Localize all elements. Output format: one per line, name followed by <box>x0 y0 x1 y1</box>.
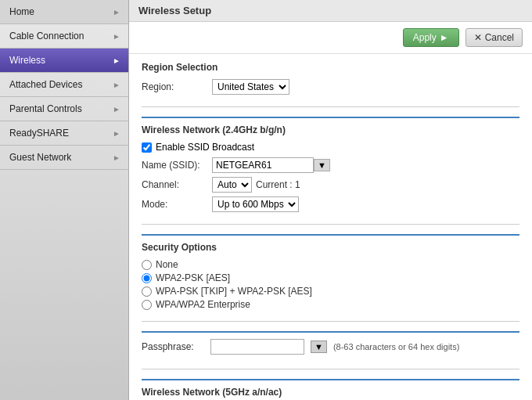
chevron-right-icon: ► <box>113 129 120 138</box>
passphrase-section: Passphrase: ▼ (8-63 characters or 64 hex… <box>142 339 519 369</box>
sidebar-item-label: ReadySHARE <box>9 128 69 139</box>
security-24-title: Security Options <box>142 242 519 253</box>
cancel-button[interactable]: ✕ Cancel <box>466 28 523 47</box>
chevron-right-icon: ► <box>113 56 120 65</box>
security-24-wpa2-row: WPA2-PSK [AES] <box>142 272 519 283</box>
security-24-section: Security Options None WPA2-PSK [AES] WPA… <box>142 242 519 322</box>
mode-24-row: Mode: Up to 600 Mbps <box>142 196 519 212</box>
sidebar-item-label: Wireless <box>9 55 45 66</box>
region-section: Region Selection Region: United States <box>142 62 519 107</box>
mode-24-label: Mode: <box>142 199 212 210</box>
page-title: Wireless Setup <box>129 0 532 22</box>
sidebar-item-home[interactable]: Home ► <box>0 0 128 24</box>
ssid-name-24-button[interactable]: ▼ <box>314 159 330 171</box>
content-area: Region Selection Region: United States W… <box>129 54 532 400</box>
sidebar: Home ► Cable Connection ► Wireless ► Att… <box>0 0 129 400</box>
region-row: Region: United States <box>142 79 519 95</box>
chevron-right-icon: ► <box>113 32 120 41</box>
sidebar-item-label: Guest Network <box>9 152 71 163</box>
passphrase-input[interactable] <box>210 339 304 355</box>
wireless-24-section: Wireless Network (2.4GHz b/g/n) Enable S… <box>142 124 519 225</box>
divider-passphrase <box>142 331 519 333</box>
passphrase-row: Passphrase: ▼ (8-63 characters or 64 hex… <box>142 339 519 355</box>
security-24-none-label: None <box>156 259 178 270</box>
chevron-right-icon: ► <box>113 105 120 114</box>
sidebar-item-label: Home <box>9 6 34 17</box>
ssid-broadcast-24-checkbox[interactable] <box>142 142 152 153</box>
security-24-radio-group: None WPA2-PSK [AES] WPA-PSK [TKIP] + WPA… <box>142 259 519 310</box>
sidebar-item-label: Parental Controls <box>9 103 82 114</box>
security-24-wpa2-label: WPA2-PSK [AES] <box>156 272 230 283</box>
divider-24 <box>142 117 519 118</box>
ssid-name-24-label: Name (SSID): <box>142 160 212 171</box>
security-24-wpa2-radio[interactable] <box>142 273 152 283</box>
main-panel: Wireless Setup Apply ► ✕ Cancel Region S… <box>129 0 532 400</box>
sidebar-item-wireless[interactable]: Wireless ► <box>0 49 128 73</box>
security-24-none-row: None <box>142 259 519 270</box>
ssid-broadcast-24-label: Enable SSID Broadcast <box>156 142 254 153</box>
region-label: Region: <box>142 81 212 92</box>
sidebar-item-ready-share[interactable]: ReadySHARE ► <box>0 121 128 146</box>
security-24-enterprise-radio[interactable] <box>142 300 152 310</box>
security-24-enterprise-label: WPA/WPA2 Enterprise <box>156 299 250 310</box>
arrow-icon: ► <box>440 32 449 43</box>
sidebar-item-label: Cable Connection <box>9 31 84 41</box>
wireless-24-title: Wireless Network (2.4GHz b/g/n) <box>142 124 519 135</box>
chevron-right-icon: ► <box>113 81 120 89</box>
security-24-wpapsk-label: WPA-PSK [TKIP] + WPA2-PSK [AES] <box>156 286 312 297</box>
x-icon: ✕ <box>474 32 482 43</box>
chevron-right-icon: ► <box>113 153 120 162</box>
wireless-5g-section: Wireless Network (5GHz a/n/ac) Enable SS… <box>142 387 519 400</box>
passphrase-label: Passphrase: <box>142 341 204 352</box>
security-24-wpapsk-row: WPA-PSK [TKIP] + WPA2-PSK [AES] <box>142 286 519 297</box>
ssid-name-24-row: Name (SSID): ▼ <box>142 157 519 173</box>
sidebar-item-cable-connection[interactable]: Cable Connection ► <box>0 24 128 49</box>
channel-24-row: Channel: Auto Current : 1 <box>142 177 519 193</box>
security-24-enterprise-row: WPA/WPA2 Enterprise <box>142 299 519 310</box>
security-24-none-radio[interactable] <box>142 260 152 270</box>
apply-button[interactable]: Apply ► <box>403 28 459 47</box>
divider-security-24 <box>142 234 519 236</box>
channel-24-controls: Auto Current : 1 <box>212 177 300 193</box>
region-section-title: Region Selection <box>142 62 519 73</box>
sidebar-item-parental-controls[interactable]: Parental Controls ► <box>0 97 128 121</box>
passphrase-button[interactable]: ▼ <box>311 341 327 353</box>
ssid-broadcast-24-row: Enable SSID Broadcast <box>142 142 519 153</box>
toolbar: Apply ► ✕ Cancel <box>129 22 532 54</box>
channel-24-label: Channel: <box>142 179 212 190</box>
wireless-5g-title: Wireless Network (5GHz a/n/ac) <box>142 387 519 398</box>
sidebar-item-guest-network[interactable]: Guest Network ► <box>0 146 128 170</box>
mode-24-select[interactable]: Up to 600 Mbps <box>212 196 299 212</box>
security-24-wpapsk-radio[interactable] <box>142 286 152 297</box>
channel-24-select[interactable]: Auto <box>212 177 252 193</box>
sidebar-item-attached-devices[interactable]: Attached Devices ► <box>0 73 128 97</box>
ssid-name-24-input[interactable] <box>212 157 314 173</box>
divider-5g <box>142 379 519 380</box>
channel-24-current: Current : 1 <box>256 179 300 190</box>
sidebar-item-label: Attached Devices <box>9 79 82 90</box>
chevron-right-icon: ► <box>113 8 120 16</box>
region-select[interactable]: United States <box>212 79 289 95</box>
passphrase-hint: (8-63 characters or 64 hex digits) <box>333 342 459 351</box>
